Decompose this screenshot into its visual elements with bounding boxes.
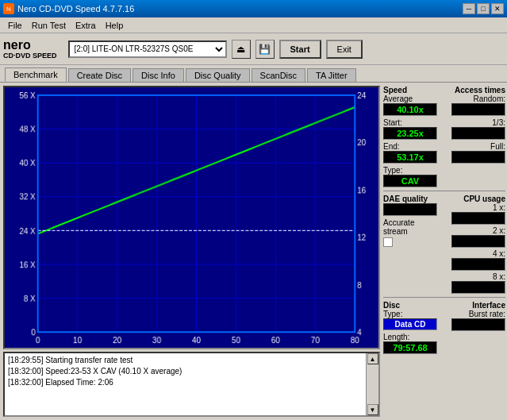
start-value: 23.25x: [383, 127, 437, 140]
disc-section: Disc Type: Data CD Length: 79:57.68: [383, 301, 437, 354]
access-times-label: Access times: [455, 86, 505, 94]
access-times-right: Access times Random: 1/3: Full:: [451, 86, 505, 187]
maximize-button[interactable]: □: [477, 3, 490, 14]
disc-interface-row: Disc Type: Data CD Length: 79:57.68 Inte…: [383, 301, 505, 354]
menubar: File Run Test Extra Help: [0, 17, 507, 33]
tab-create-disc[interactable]: Create Disc: [68, 68, 131, 82]
cdspeed-brand: CD·DVD SPEED: [3, 52, 57, 60]
scroll-up-button[interactable]: ▲: [367, 353, 378, 364]
titlebar: N Nero CD-DVD Speed 4.7.7.16 ─ □ ✕: [0, 0, 507, 17]
random-value: [451, 103, 505, 116]
menu-file[interactable]: File: [3, 19, 27, 32]
average-value: 40.10x: [383, 103, 437, 116]
tab-bar: Benchmark Create Disc Disc Info Disc Qua…: [0, 65, 507, 83]
dae-cpu-row: DAE quality Accurate stream CPU usage 1 …: [383, 195, 505, 294]
third-label: 1/3:: [492, 118, 505, 127]
log-line-1: [18:29:55] Starting transfer rate test: [8, 355, 363, 366]
disc-type-value: Data CD: [383, 318, 437, 330]
menu-help[interactable]: Help: [101, 19, 129, 32]
right-panel: Speed Average 40.10x Start: 23.25x End: …: [382, 83, 507, 420]
cpu-8x-value: [451, 281, 505, 294]
burst-rate-label: Burst rate:: [469, 310, 505, 318]
disc-length-value: 79:57.68: [383, 341, 437, 354]
interface-section: Interface Burst rate:: [451, 301, 505, 354]
scroll-down-button[interactable]: ▼: [367, 404, 378, 415]
speed-section: Speed Average 40.10x Start: 23.25x End: …: [383, 86, 505, 187]
nero-brand: nero: [3, 39, 31, 52]
cpu-4x-label: 4 x:: [493, 249, 505, 258]
speed-left: Speed Average 40.10x Start: 23.25x End: …: [383, 86, 437, 187]
accurate-checkbox-row: [383, 237, 437, 247]
full-value: [451, 151, 505, 164]
titlebar-left: N Nero CD-DVD Speed 4.7.7.16: [3, 3, 134, 14]
start-label: Start:: [383, 118, 437, 127]
cpu-2x-label: 2 x:: [493, 226, 505, 235]
disc-length-label: Length:: [383, 333, 437, 341]
interface-label: Interface: [472, 301, 505, 310]
average-label: Average: [383, 94, 437, 103]
end-label: End:: [383, 142, 437, 151]
cpu-4x-value: [451, 258, 505, 271]
log-content: [18:29:55] Starting transfer rate test […: [5, 353, 366, 415]
toolbar: nero CD·DVD SPEED [2:0] LITE-ON LTR-5232…: [0, 33, 507, 65]
disc-section-label: Disc: [383, 301, 437, 310]
cpu-label: CPU usage: [463, 195, 505, 203]
titlebar-buttons[interactable]: ─ □ ✕: [463, 3, 504, 14]
log-scrollbar[interactable]: ▲ ▼: [366, 353, 378, 415]
dae-value: [383, 203, 437, 216]
cpu-1x-label: 1 x:: [493, 203, 505, 212]
chart-area: [3, 86, 380, 349]
accurate-checkbox[interactable]: [383, 237, 393, 247]
type-label: Type:: [383, 166, 437, 175]
dae-section: DAE quality Accurate stream: [383, 195, 437, 294]
cpu-2x-value: [451, 235, 505, 248]
tab-disc-quality[interactable]: Disc Quality: [186, 68, 250, 82]
app-icon: N: [3, 3, 14, 14]
burst-rate-value: [451, 318, 505, 331]
tab-disc-info[interactable]: Disc Info: [133, 68, 184, 82]
random-label: Random:: [473, 94, 505, 103]
full-label: Full:: [490, 142, 505, 151]
log-line-2: [18:32:00] Speed:23-53 X CAV (40.10 X av…: [8, 366, 363, 377]
cpu-8x-label: 8 x:: [493, 272, 505, 281]
speed-label: Speed: [383, 86, 437, 94]
minimize-button[interactable]: ─: [463, 3, 475, 14]
nero-logo: nero CD·DVD SPEED: [3, 39, 57, 60]
end-value: 53.17x: [383, 151, 437, 164]
log-area: [18:29:55] Starting transfer rate test […: [3, 352, 380, 417]
save-button[interactable]: 💾: [255, 40, 275, 59]
exit-button[interactable]: Exit: [326, 40, 363, 59]
close-button[interactable]: ✕: [491, 3, 504, 14]
start-button[interactable]: Start: [279, 40, 321, 59]
cpu-section: CPU usage 1 x: 2 x: 4 x: 8 x:: [451, 195, 505, 294]
divider-1: [383, 191, 505, 191]
tab-ta-jitter[interactable]: TA Jitter: [307, 68, 356, 82]
titlebar-title: Nero CD-DVD Speed 4.7.7.16: [17, 4, 134, 13]
cpu-1x-value: [451, 212, 505, 225]
third-value: [451, 127, 505, 140]
divider-2: [383, 297, 505, 298]
type-value: CAV: [383, 175, 437, 187]
menu-extra[interactable]: Extra: [71, 19, 101, 32]
log-line-3: [18:32:00] Elapsed Time: 2:06: [8, 377, 363, 388]
disc-type-label: Type:: [383, 310, 437, 318]
tab-benchmark[interactable]: Benchmark: [5, 67, 67, 82]
eject-button[interactable]: ⏏: [232, 40, 251, 59]
tab-scandisc[interactable]: ScanDisc: [252, 68, 305, 82]
drive-select[interactable]: [2:0] LITE-ON LTR-52327S QS0E: [68, 40, 227, 58]
accurate-stream-label: Accurate stream: [383, 218, 437, 236]
dae-label: DAE quality: [383, 195, 437, 203]
main-content: [18:29:55] Starting transfer rate test […: [0, 83, 507, 420]
menu-run-test[interactable]: Run Test: [27, 19, 71, 32]
